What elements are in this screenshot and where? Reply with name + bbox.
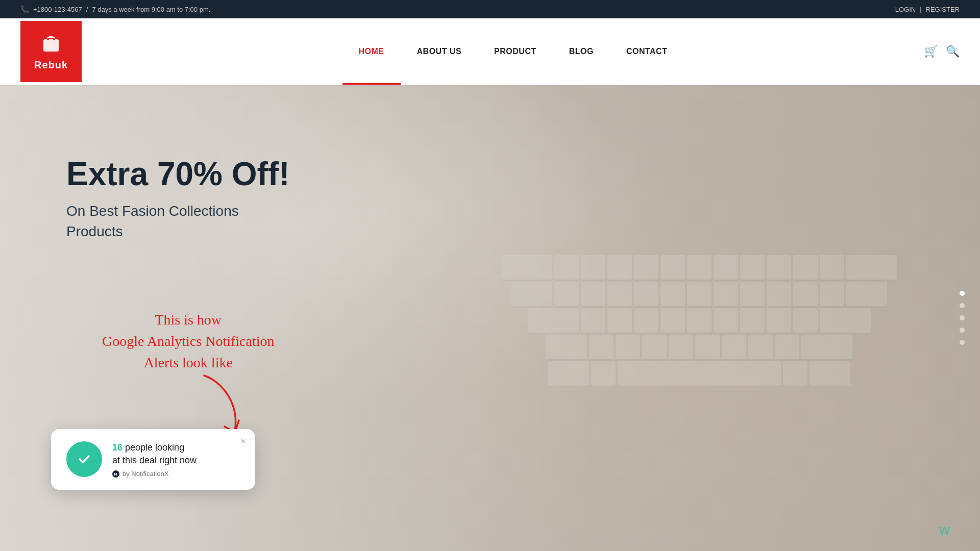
logo-bag-icon [40, 32, 62, 58]
notification-close-button[interactable]: × [240, 436, 246, 447]
annotation-line3: Alerts look like [144, 355, 233, 370]
notification-icon-wrap [66, 441, 102, 477]
separator: / [86, 6, 88, 13]
pipe-separator: | [920, 6, 921, 13]
annotation-arrow [189, 370, 250, 439]
nav-contact[interactable]: CONTACT [610, 18, 684, 85]
login-link[interactable]: LOGIN [895, 6, 916, 13]
notificationx-icon: N [112, 470, 119, 478]
hero-subtitle-line1: On Best Fasion Collections [66, 203, 239, 219]
top-bar: +1800-123-4567 / 7 days a week from 9:00… [0, 0, 980, 18]
hero-section: Extra 70% Off! On Best Fasion Collection… [0, 85, 980, 551]
annotation-text: This is how Google Analytics Notificatio… [102, 309, 275, 373]
notification-by: by NotificationX [122, 470, 168, 478]
hero-title: Extra 70% Off! [66, 156, 289, 192]
wp-badge: W [939, 523, 970, 541]
nav-product[interactable]: PRODUCT [478, 18, 553, 85]
svg-point-3 [75, 449, 94, 469]
cart-icon[interactable] [924, 45, 938, 58]
annotation-line2: Google Analytics Notification [102, 333, 275, 349]
notification-text1: people looking [125, 442, 184, 453]
svg-text:N: N [114, 472, 117, 477]
svg-point-1 [47, 38, 49, 40]
auth-links: LOGIN | REGISTER [895, 6, 960, 13]
svg-point-2 [53, 38, 55, 40]
nav-home[interactable]: HOME [342, 18, 401, 85]
slider-dot-3[interactable] [960, 315, 965, 320]
header-icons [924, 45, 960, 58]
phone-number: +1800-123-4567 [33, 6, 82, 13]
slider-dot-2[interactable] [960, 303, 965, 308]
hero-subtitle: On Best Fasion Collections Products [66, 201, 289, 241]
notification-popup: 16 people looking at this deal right now… [51, 429, 255, 490]
notification-content: 16 people looking at this deal right now… [112, 441, 240, 478]
slider-dot-4[interactable] [960, 328, 965, 333]
notification-count: 16 [112, 442, 122, 453]
logo-text: Rebuk [34, 59, 68, 71]
notification-footer: N by NotificationX [112, 470, 240, 478]
main-nav: HOME ABOUT US PRODUCT BLOG CONTACT [112, 18, 914, 85]
notification-main-text: 16 people looking at this deal right now [112, 441, 240, 467]
hero-content: Extra 70% Off! On Best Fasion Collection… [66, 156, 289, 241]
hero-subtitle-line2: Products [66, 223, 123, 239]
logo[interactable]: Rebuk [20, 21, 82, 82]
header: Rebuk HOME ABOUT US PRODUCT BLOG CONTACT [0, 18, 980, 85]
register-link[interactable]: REGISTER [926, 6, 960, 13]
notification-text2: at this deal right now [112, 455, 197, 465]
contact-info: +1800-123-4567 / 7 days a week from 9:00… [20, 5, 210, 13]
phone-icon [20, 5, 29, 13]
annotation-line1: This is how [155, 312, 222, 328]
search-icon[interactable] [946, 45, 960, 58]
nav-about[interactable]: ABOUT US [401, 18, 478, 85]
slider-dots [960, 291, 965, 345]
nav-blog[interactable]: BLOG [553, 18, 610, 85]
business-hours: 7 days a week from 9:00 am to 7:00 pm. [92, 6, 210, 13]
slider-dot-1[interactable] [960, 291, 965, 296]
svg-rect-0 [43, 39, 59, 52]
svg-text:W: W [939, 524, 950, 537]
slider-dot-5[interactable] [960, 340, 965, 345]
